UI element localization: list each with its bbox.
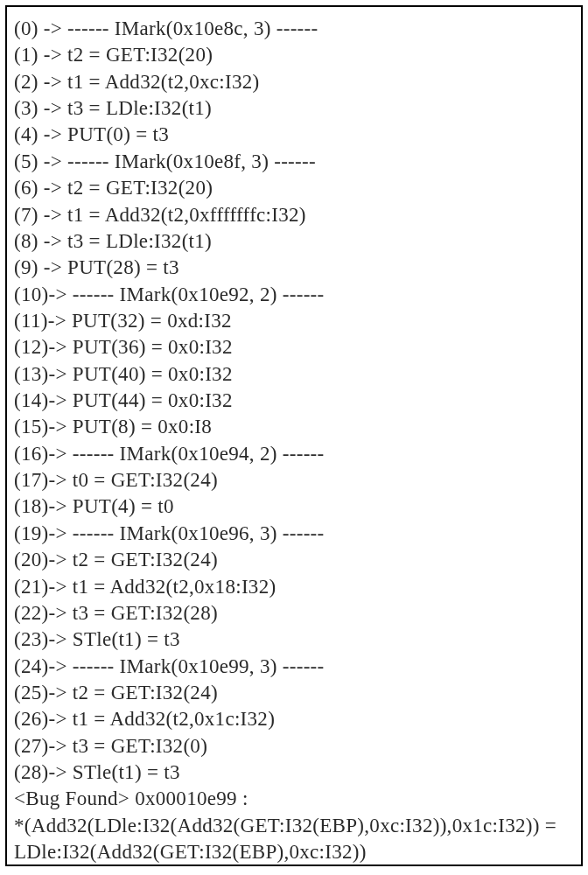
instruction-row: (17)-> t0 = GET:I32(24) (14, 467, 574, 494)
row-index: (7) (14, 204, 44, 226)
arrow-icon: -> (49, 363, 73, 385)
arrow-icon: -> (44, 204, 67, 226)
arrow-icon: -> (44, 230, 67, 252)
row-index: (16) (14, 443, 49, 465)
instruction-row: (25)-> t2 = GET:I32(24) (14, 680, 574, 706)
row-index: (18) (14, 495, 49, 517)
row-index: (11) (14, 310, 48, 332)
row-body: ------ IMark(0x10e99, 3) ------ (73, 655, 325, 677)
arrow-icon: -> (49, 549, 73, 570)
row-body: PUT(32) = 0xd:I32 (72, 310, 232, 332)
row-body: PUT(44) = 0x0:I32 (73, 389, 233, 411)
arrow-icon: -> (49, 708, 73, 730)
row-body: t3 = LDle:I32(t1) (67, 230, 212, 252)
row-index: (27) (14, 735, 49, 757)
row-body: t1 = Add32(t2,0xc:I32) (67, 71, 260, 93)
instruction-row: (5) -> ------ IMark(0x10e8f, 3) ------ (14, 149, 574, 175)
arrow-icon: -> (49, 522, 73, 544)
code-listing-frame: (0) -> ------ IMark(0x10e8c, 3) ------(1… (5, 5, 583, 866)
arrow-icon: -> (49, 576, 73, 598)
arrow-icon: -> (44, 123, 67, 145)
row-body: ------ IMark(0x10e94, 2) ------ (73, 443, 325, 465)
row-index: (12) (14, 336, 49, 358)
instruction-row: (23)-> STle(t1) = t3 (14, 626, 574, 653)
arrow-icon: -> (49, 602, 73, 624)
row-index: (21) (14, 576, 49, 598)
row-index: (25) (14, 682, 49, 704)
arrow-icon: -> (49, 655, 73, 677)
row-index: (17) (14, 469, 49, 491)
arrow-icon: -> (49, 389, 73, 411)
row-body: t3 = GET:I32(0) (73, 735, 207, 757)
arrow-icon: -> (44, 150, 67, 172)
row-index: (3) (14, 97, 44, 119)
instruction-row: (16)-> ------ IMark(0x10e94, 2) ------ (14, 441, 574, 467)
arrow-icon: -> (44, 18, 67, 39)
row-body: STle(t1) = t3 (73, 761, 180, 783)
row-body: t1 = Add32(t2,0x1c:I32) (73, 708, 275, 730)
instruction-row: (18)-> PUT(4) = t0 (14, 494, 574, 520)
instruction-rows-container: (0) -> ------ IMark(0x10e8c, 3) ------(1… (14, 16, 574, 786)
row-body: PUT(28) = t3 (67, 256, 179, 278)
arrow-icon: -> (44, 71, 67, 93)
row-body: ------ IMark(0x10e96, 3) ------ (73, 522, 325, 544)
instruction-row: (27)-> t3 = GET:I32(0) (14, 733, 574, 760)
arrow-icon: -> (49, 336, 73, 358)
arrow-icon: -> (48, 310, 72, 332)
instruction-row: (28)-> STle(t1) = t3 (14, 760, 574, 786)
row-body: PUT(40) = 0x0:I32 (73, 363, 233, 385)
instruction-row: (14)-> PUT(44) = 0x0:I32 (14, 388, 574, 414)
row-body: t3 = LDle:I32(t1) (67, 97, 212, 119)
row-index: (20) (14, 549, 49, 570)
row-index: (2) (14, 71, 44, 93)
row-body: PUT(4) = t0 (73, 495, 174, 517)
row-body: PUT(36) = 0x0:I32 (73, 336, 233, 358)
row-index: (5) (14, 150, 44, 172)
instruction-row: (3) -> t3 = LDle:I32(t1) (14, 95, 574, 122)
row-index: (4) (14, 123, 44, 145)
row-body: PUT(8) = 0x0:I8 (73, 416, 212, 438)
instruction-row: (1) -> t2 = GET:I32(20) (14, 42, 574, 68)
instruction-row: (15)-> PUT(8) = 0x0:I8 (14, 414, 574, 440)
row-body: t2 = GET:I32(20) (67, 177, 213, 199)
arrow-icon: -> (49, 416, 73, 438)
row-index: (23) (14, 628, 49, 650)
row-index: (1) (14, 44, 44, 66)
instruction-row: (11)-> PUT(32) = 0xd:I32 (14, 308, 574, 334)
instruction-row: (7) -> t1 = Add32(t2,0xfffffffc:I32) (14, 202, 574, 228)
row-body: ------ IMark(0x10e8c, 3) ------ (67, 18, 318, 39)
instruction-row: (6) -> t2 = GET:I32(20) (14, 175, 574, 201)
instruction-row: (0) -> ------ IMark(0x10e8c, 3) ------ (14, 16, 574, 42)
instruction-row: (20)-> t2 = GET:I32(24) (14, 547, 574, 573)
row-body: t0 = GET:I32(24) (73, 469, 218, 491)
row-index: (6) (14, 177, 44, 199)
instruction-row: (2) -> t1 = Add32(t2,0xc:I32) (14, 69, 574, 95)
row-body: ------ IMark(0x10e8f, 3) ------ (67, 150, 316, 172)
row-body: STle(t1) = t3 (73, 628, 180, 650)
arrow-icon: -> (49, 443, 73, 465)
row-index: (14) (14, 389, 49, 411)
instruction-row: (19)-> ------ IMark(0x10e96, 3) ------ (14, 521, 574, 547)
arrow-icon: -> (44, 97, 67, 119)
row-body: t1 = Add32(t2,0x18:I32) (73, 576, 276, 598)
arrow-icon: -> (49, 284, 73, 305)
arrow-icon: -> (49, 469, 73, 491)
row-body: t1 = Add32(t2,0xfffffffc:I32) (67, 204, 306, 226)
row-index: (0) (14, 18, 44, 39)
instruction-row: (22)-> t3 = GET:I32(28) (14, 600, 574, 626)
instruction-row: (8) -> t3 = LDle:I32(t1) (14, 228, 574, 255)
arrow-icon: -> (44, 177, 67, 199)
instruction-row: (24)-> ------ IMark(0x10e99, 3) ------ (14, 654, 574, 680)
row-index: (15) (14, 416, 49, 438)
arrow-icon: -> (49, 735, 73, 757)
row-index: (28) (14, 761, 49, 783)
row-index: (19) (14, 522, 49, 544)
row-index: (9) (14, 256, 44, 278)
arrow-icon: -> (49, 761, 73, 783)
arrow-icon: -> (49, 682, 73, 704)
row-body: t2 = GET:I32(20) (67, 44, 213, 66)
instruction-row: (9) -> PUT(28) = t3 (14, 255, 574, 281)
arrow-icon: -> (49, 495, 73, 517)
row-index: (26) (14, 708, 49, 730)
row-index: (8) (14, 230, 44, 252)
